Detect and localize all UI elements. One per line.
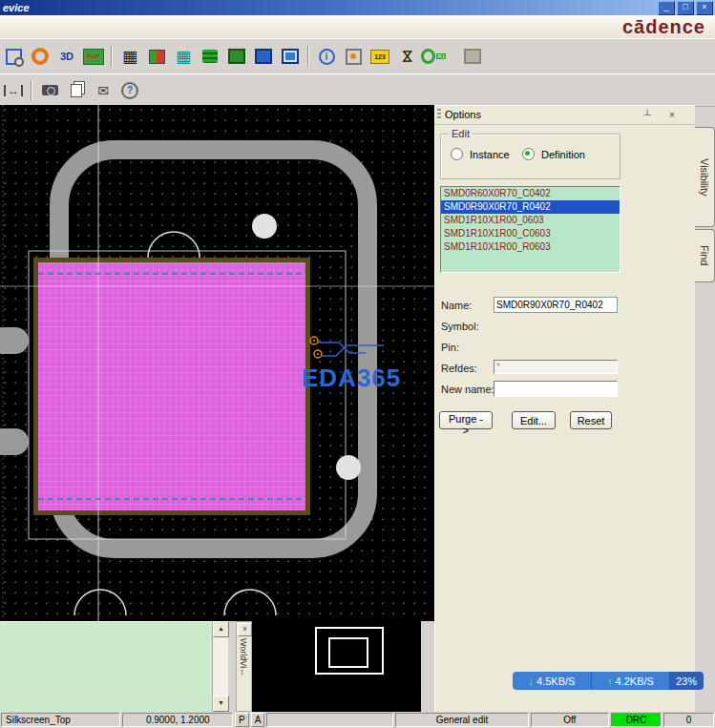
upload-speed: ↑ 4.2KB/S: [592, 672, 669, 690]
toolbar-separator: [31, 80, 32, 101]
drc-cell[interactable]: DRC: [611, 713, 662, 727]
cadence-logo: cādence: [622, 16, 715, 38]
toolbar-separator: [111, 46, 113, 67]
download-speed: ↓ 4.5KB/S: [513, 672, 591, 690]
info-icon[interactable]: i: [314, 44, 339, 69]
tab-find[interactable]: Find: [694, 229, 715, 282]
options-header: Options ┴ ×: [434, 105, 694, 125]
netspeed-percent: 23%: [669, 672, 704, 690]
list-item[interactable]: SMD1R10X1R00_C0603: [441, 227, 620, 240]
restore-button[interactable]: □: [677, 1, 694, 15]
download-arrow-icon: ↓: [529, 676, 535, 687]
worldview-panel[interactable]: [252, 621, 421, 712]
grid-icon[interactable]: ▦: [117, 44, 142, 69]
auto-router-icon[interactable]: R1: [421, 44, 446, 69]
pin-label: Pin:: [441, 342, 459, 353]
refdes-label: Refdes:: [441, 363, 477, 374]
close-button[interactable]: ×: [696, 1, 713, 15]
radio-definition-circle[interactable]: [522, 148, 535, 160]
add-component-icon[interactable]: [224, 44, 249, 69]
radio-instance[interactable]: Instance: [451, 148, 510, 160]
application-window: evice _ □ × cādence 3D FLIP ▦: [0, 0, 715, 728]
radio-instance-circle[interactable]: [451, 148, 463, 160]
pin-info-icon[interactable]: [341, 44, 366, 69]
design-canvas[interactable]: EDA365: [0, 105, 434, 621]
name-label: Name:: [441, 300, 472, 311]
brand-bar: cādence: [0, 15, 715, 39]
tab-visibility[interactable]: Visibility: [694, 127, 715, 227]
refdes-input[interactable]: [494, 360, 618, 374]
footprint-list[interactable]: SMD0R60X0R70_C0402 SMD0R90X0R70_R0402 SM…: [440, 186, 620, 273]
worldview-titlebar: x WorldVi↔: [236, 621, 252, 712]
etch-edit-icon[interactable]: [251, 44, 276, 69]
snap-ring-icon[interactable]: [28, 44, 53, 69]
view-3d-icon[interactable]: 3D: [54, 44, 79, 69]
netspeed-overlay[interactable]: ↓ 4.5KB/S ↑ 4.2KB/S 23%: [513, 672, 704, 690]
edit-button[interactable]: Edit...: [512, 411, 556, 429]
name-input[interactable]: [494, 297, 618, 313]
toolbar-secondary: ↔ ✉ ?: [0, 73, 715, 107]
copy-icon[interactable]: [64, 78, 89, 103]
placeholder-chip-icon[interactable]: [460, 44, 485, 69]
active-layer-cell: Silkscreen_Top: [1, 713, 120, 727]
eda365-watermark: EDA365: [302, 364, 401, 393]
list-item[interactable]: SMD1R10X1R00_R0603: [441, 240, 620, 254]
options-title: Options: [445, 109, 481, 120]
worldview-close-icon[interactable]: x: [238, 623, 252, 636]
color-dialog-icon[interactable]: [144, 44, 169, 69]
a-button[interactable]: A: [251, 713, 265, 727]
mail-icon[interactable]: ✉: [91, 78, 116, 103]
p-button[interactable]: P: [235, 713, 249, 727]
radio-definition[interactable]: Definition: [522, 148, 585, 160]
toolbar-separator: [307, 46, 309, 67]
list-item-selected[interactable]: SMD0R90X0R70_R0402: [441, 200, 620, 214]
count-cell: 0: [663, 713, 714, 727]
console-panel[interactable]: [0, 621, 227, 713]
worldview-label: WorldVi↔: [239, 638, 248, 676]
upload-arrow-icon: ↑: [607, 676, 613, 687]
new-name-input[interactable]: [494, 381, 618, 397]
snapshot-camera-icon[interactable]: [37, 78, 62, 103]
scroll-up-icon[interactable]: ▲: [213, 621, 229, 637]
new-name-label: New name:: [441, 384, 494, 395]
scroll-down-icon[interactable]: ▼: [213, 696, 229, 712]
list-item[interactable]: SMD1R10X1R00_0603: [441, 214, 620, 227]
list-item[interactable]: SMD0R60X0R70_C0402: [441, 187, 620, 200]
status-spacer-cell: [266, 713, 393, 727]
off-cell: Off: [531, 713, 609, 727]
fit-span-icon[interactable]: ↔: [1, 78, 26, 103]
console-scrollbar[interactable]: ▲ ▼: [212, 621, 228, 712]
shadow-mode-icon[interactable]: [198, 44, 222, 69]
status-bar: Silkscreen_Top 0.9000, 1.2000 P A Genera…: [0, 712, 715, 728]
mode-cell: General edit: [395, 713, 528, 727]
worldview-viewport[interactable]: [328, 637, 368, 668]
minimize-button[interactable]: _: [658, 1, 675, 15]
purge-button[interactable]: Purge ->: [439, 411, 493, 429]
color-visibility-icon[interactable]: ▦: [171, 44, 196, 69]
edit-group-label: Edit: [449, 128, 473, 139]
panel-grip[interactable]: [437, 109, 441, 120]
flip-design-icon[interactable]: FLIP: [81, 44, 106, 69]
pin-icon[interactable]: ┴: [641, 109, 654, 121]
constraint-chip-icon[interactable]: [278, 44, 303, 69]
dimension-icon[interactable]: 123: [368, 44, 392, 69]
symbol-label: Symbol:: [441, 321, 479, 332]
reset-button[interactable]: Reset: [570, 411, 612, 429]
zoom-points-icon[interactable]: [1, 44, 26, 69]
waive-drc-hourglass-icon[interactable]: ⋈: [394, 44, 419, 69]
window-title: evice: [0, 2, 30, 13]
panel-close-icon[interactable]: ×: [665, 109, 679, 121]
toolbar-main: 3D FLIP ▦ ▦ i: [0, 38, 715, 74]
title-bar: evice _ □ ×: [0, 0, 715, 15]
coordinates-cell: 0.9000, 1.2000: [122, 713, 233, 727]
help-icon[interactable]: ?: [117, 78, 142, 103]
